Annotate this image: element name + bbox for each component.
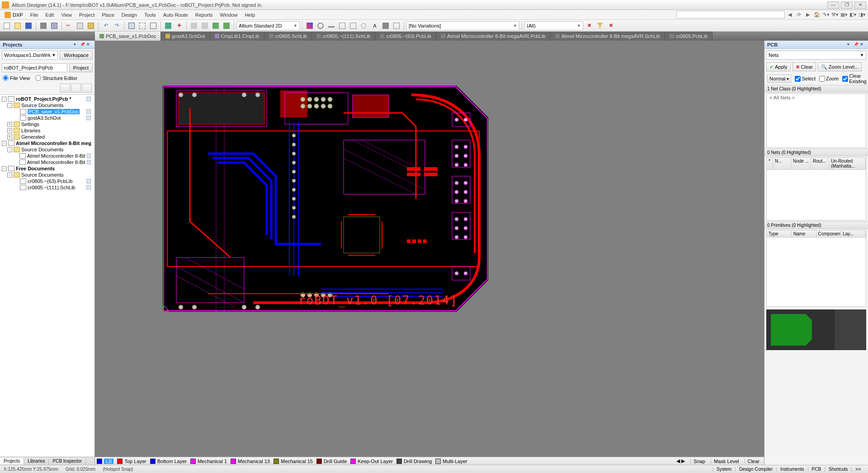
filter-funnel-button[interactable] <box>595 21 605 31</box>
menu-reports[interactable]: Reports <box>192 11 217 19</box>
bottom-tab-libraries[interactable]: Libraries <box>24 458 49 464</box>
preview-button[interactable] <box>49 21 59 31</box>
misc3-button[interactable] <box>211 21 221 31</box>
misc4-button[interactable] <box>222 21 231 31</box>
doctab[interactable]: cr0805.~(111).SchLib <box>312 32 375 41</box>
new-button[interactable] <box>2 21 12 31</box>
doctab[interactable]: CmpLib1.CmpLib <box>210 32 264 41</box>
minimize-button[interactable]: — <box>827 1 839 9</box>
tree-node[interactable]: -roBOT_Project.PrjPcb * <box>1 96 94 102</box>
pcb-minimap[interactable] <box>766 309 866 350</box>
column-header[interactable]: Un-Routed (Manhatta... <box>829 158 866 169</box>
tree-toggle-icon[interactable]: + <box>7 135 12 140</box>
status-tab-shortcuts[interactable]: Shortcuts <box>825 467 851 472</box>
tree-toggle-icon[interactable]: - <box>2 166 7 171</box>
doctab[interactable]: PCB_save_v1.PcbDoc <box>95 32 161 41</box>
cross-button[interactable]: ✚ <box>174 21 184 31</box>
net-class-list[interactable]: < All Nets > <box>766 94 866 148</box>
column-header[interactable]: * <box>767 158 773 169</box>
layerbar-mask-button[interactable]: Mask Level <box>711 459 742 464</box>
tree-node[interactable]: -Source Documents <box>1 102 94 108</box>
layer-nav-icon[interactable]: ◀ ▶ <box>674 458 688 464</box>
nav-extra2-icon[interactable]: ◨▾ <box>858 11 866 19</box>
nav-tools-icon[interactable]: ⚒▾ <box>831 11 839 19</box>
nav-forward-icon[interactable]: ▶ <box>804 11 812 19</box>
doctab[interactable]: Atmel Microcontroller 8-Bit megaAVR.PcbL… <box>436 32 551 41</box>
menu-place[interactable]: Place <box>98 11 118 19</box>
layer-item[interactable]: Keep-Out Layer <box>350 459 393 464</box>
layer-item[interactable]: Mechanical 13 <box>231 459 270 464</box>
normal-combo[interactable]: Normal ▾ <box>767 75 791 83</box>
column-header[interactable]: Component <box>816 230 841 237</box>
place-text-button[interactable]: A <box>370 21 380 31</box>
zoom-fit-button[interactable] <box>127 21 137 31</box>
viewmode-combo[interactable]: Altium Standard 2D▼ <box>236 21 300 30</box>
tree-node[interactable]: gostA3.SchDot <box>1 115 94 121</box>
layerbar-clear-button[interactable]: Clear <box>745 459 762 464</box>
project-tree[interactable]: -roBOT_Project.PrjPcb *-Source Documents… <box>0 95 94 457</box>
pcb-panel-dropdown-icon[interactable]: ▾ <box>847 42 853 47</box>
nav-refresh-icon[interactable]: ⟳ <box>795 11 803 19</box>
layer-item[interactable]: Multi-Layer <box>435 459 467 464</box>
nav-grid-icon[interactable]: ▦▾ <box>840 11 848 19</box>
doctab[interactable]: Atmel Microcontroller 8-Bit megaAVR.SchL… <box>551 32 665 41</box>
doctab[interactable]: cr0805.PcbLib <box>665 32 712 41</box>
nav-home-icon[interactable]: 🏠 <box>813 11 821 19</box>
menu-design[interactable]: Design <box>118 11 141 19</box>
column-header[interactable]: Rout... <box>811 158 829 169</box>
menu-view[interactable]: View <box>57 11 75 19</box>
layer-item[interactable]: Mechanical 15 <box>274 459 313 464</box>
status-tab--[interactable]: >> <box>851 467 864 472</box>
misc2-button[interactable] <box>200 21 210 31</box>
project-field[interactable]: roBOT_Project.PrjPcb <box>2 63 67 72</box>
panel-pin-icon[interactable]: 📌 <box>80 42 85 47</box>
cut-button[interactable]: ✂ <box>64 21 74 31</box>
filter-clear1-button[interactable]: ✖ <box>584 21 594 31</box>
place5-button[interactable] <box>348 21 358 31</box>
place4-button[interactable] <box>337 21 347 31</box>
column-header[interactable]: Type <box>767 230 792 237</box>
doctab[interactable]: cr0805.~(63).PcbLib <box>375 32 436 41</box>
pcb-mode-combo[interactable]: Nets▼ <box>766 51 866 60</box>
workspace-button[interactable]: Workspace <box>60 51 93 60</box>
place8-button[interactable] <box>392 21 401 31</box>
place6-button[interactable]: ◯ <box>359 21 369 31</box>
column-header[interactable]: Lay... <box>841 230 866 237</box>
menu-help[interactable]: Help <box>241 11 259 19</box>
layer-item[interactable]: Bottom Layer <box>150 459 187 464</box>
column-header[interactable]: N... <box>773 158 791 169</box>
tree-toggle-icon[interactable]: + <box>7 128 12 133</box>
zoom-select-button[interactable] <box>148 21 158 31</box>
filter-clear2-button[interactable]: ✖ <box>606 21 616 31</box>
tree-node[interactable]: +Settings <box>1 121 94 127</box>
status-tab-instruments[interactable]: Instruments <box>776 467 807 472</box>
column-header[interactable]: Node ... <box>791 158 811 169</box>
bottom-tab-pcb-inspector[interactable]: PCB Inspector <box>49 458 85 464</box>
pcb-panel-close-icon[interactable]: ✕ <box>860 42 865 47</box>
panel-close-icon[interactable]: ✕ <box>86 42 92 47</box>
panel-dropdown-icon[interactable]: ▾ <box>74 42 79 47</box>
tree-icon2[interactable] <box>71 84 81 93</box>
nav-extra1-icon[interactable]: ◧▾ <box>849 11 857 19</box>
doctab[interactable]: cr0805.SchLib <box>264 32 312 41</box>
tree-node[interactable]: -Source Documents <box>1 146 94 153</box>
clear-existing-checkbox[interactable]: Clear Existing <box>842 73 867 84</box>
tree-toggle-icon[interactable]: - <box>7 173 12 178</box>
tree-node[interactable]: +Libraries <box>1 127 94 134</box>
tree-toggle-icon[interactable]: - <box>2 141 7 146</box>
print-button[interactable] <box>38 21 48 31</box>
layerbar-snap-button[interactable]: Snap <box>690 459 708 464</box>
nav-pencil-icon[interactable]: ✎▾ <box>822 11 830 19</box>
undo-button[interactable]: ↶ <box>101 21 111 31</box>
close-button[interactable]: ✕ <box>854 1 866 9</box>
pcb-canvas[interactable]: roBOT_v1.0 [07.2014] <box>95 41 764 457</box>
redo-button[interactable]: ↷ <box>112 21 122 31</box>
place7-button[interactable] <box>381 21 391 31</box>
browse-button[interactable] <box>163 21 173 31</box>
misc1-button[interactable] <box>189 21 199 31</box>
file-view-radio[interactable]: File View <box>3 75 30 81</box>
tree-node[interactable]: cr0805.~(111).SchLib <box>1 184 94 191</box>
zoom-level-button[interactable]: 🔍Zoom Level... <box>818 62 862 71</box>
tree-toggle-icon[interactable]: - <box>7 103 12 108</box>
structure-editor-radio[interactable]: Structure Editor <box>35 75 77 81</box>
